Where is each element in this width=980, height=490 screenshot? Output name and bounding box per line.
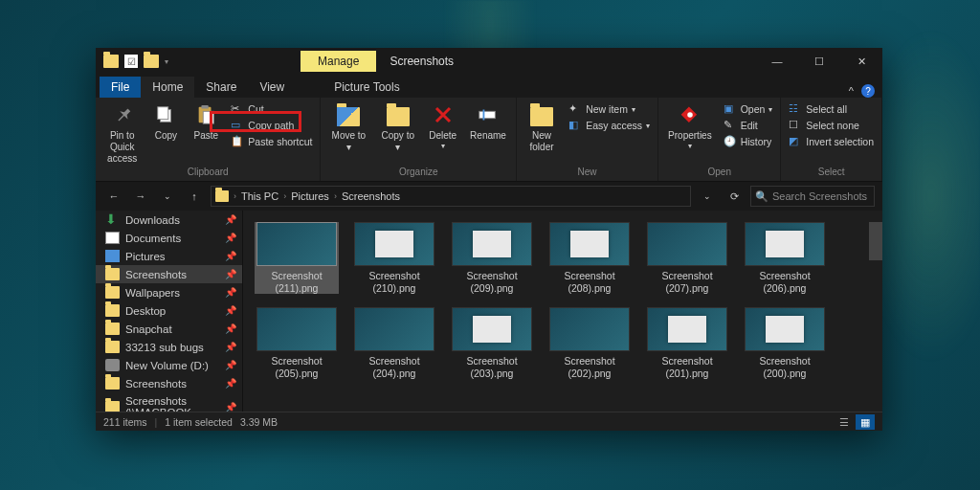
file-item[interactable]: Screenshot (209).png (450, 222, 534, 294)
new-folder-button[interactable]: New folder (521, 100, 563, 155)
file-item[interactable]: Screenshot (200).png (743, 307, 827, 379)
file-item[interactable]: Screenshot (206).png (743, 222, 827, 294)
nav-item[interactable]: Documents📌 (96, 229, 242, 247)
breadcrumb-segment[interactable]: Screenshots (342, 190, 400, 202)
view-details-button[interactable]: ☰ (835, 414, 854, 430)
nav-forward-button[interactable]: → (130, 186, 151, 207)
minimize-button[interactable]: — (756, 48, 798, 75)
qat-customize-icon[interactable]: ▾ (165, 57, 168, 66)
file-item[interactable]: Screenshot (207).png (645, 222, 729, 294)
easy-access-button[interactable]: ◧Easy access ▾ (565, 118, 654, 133)
cut-button[interactable]: ✂Cut (227, 101, 316, 117)
nav-item[interactable]: Desktop📌 (96, 301, 242, 320)
search-input[interactable]: 🔍 Search Screenshots (750, 186, 875, 207)
close-button[interactable]: ✕ (840, 48, 882, 75)
chevron-right-icon[interactable]: › (280, 191, 289, 201)
ribbon-group-label: Open (662, 167, 776, 179)
breadcrumb-segment[interactable]: Pictures (291, 190, 329, 202)
open-button[interactable]: ▣Open ▾ (720, 101, 777, 117)
nav-item[interactable]: ⬇Downloads📌 (96, 211, 242, 229)
file-item[interactable]: Screenshot (203).png (450, 307, 534, 379)
file-name: Screenshot (201).png (645, 355, 729, 379)
paste-shortcut-button[interactable]: 📋Paste shortcut (227, 134, 316, 149)
titlebar[interactable]: ☑ ▾ Manage Screenshots — ☐ ✕ (96, 48, 882, 75)
chevron-right-icon[interactable]: › (231, 191, 239, 201)
pin-icon: 📌 (225, 378, 236, 389)
file-thumbnail (745, 222, 825, 266)
nav-item[interactable]: Screenshots📌 (96, 265, 242, 283)
properties-button[interactable]: Properties▾ (662, 100, 718, 153)
rename-icon (475, 101, 501, 128)
qat-properties-icon[interactable]: ☑ (124, 55, 138, 68)
file-item[interactable]: Screenshot (208).png (547, 222, 632, 294)
help-icon[interactable]: ? (861, 84, 875, 98)
pin-to-quick-access-button[interactable]: Pin to Quick access (100, 100, 145, 167)
path-folder-icon (215, 190, 229, 202)
select-all-button[interactable]: ☷Select all (785, 101, 878, 117)
new-folder-icon (528, 101, 555, 128)
qat-newfolder-icon[interactable] (144, 55, 159, 68)
tab-picture-tools[interactable]: Picture Tools (323, 77, 411, 98)
nav-item[interactable]: New Volume (D:)📌 (96, 356, 242, 374)
scrollbar-thumb[interactable] (869, 222, 882, 260)
address-bar[interactable]: › This PC › Pictures › Screenshots (211, 186, 691, 207)
tab-share[interactable]: Share (194, 77, 248, 98)
nav-up-button[interactable]: ↑ (184, 186, 205, 207)
scrollbar-vertical[interactable] (869, 211, 882, 412)
file-item[interactable]: Screenshot (205).png (255, 307, 339, 379)
collapse-ribbon-icon[interactable]: ^ (849, 85, 854, 97)
select-none-button[interactable]: ☐Select none (785, 118, 878, 133)
move-to-button[interactable]: Move to ▾ (324, 100, 372, 155)
tab-view[interactable]: View (248, 77, 296, 98)
view-thumbnails-button[interactable]: ▦ (856, 414, 875, 430)
copy-icon (152, 101, 179, 128)
paste-button[interactable]: Paste (187, 100, 225, 144)
select-none-icon: ☐ (789, 119, 802, 132)
refresh-button[interactable]: ⟳ (724, 186, 745, 207)
copy-path-button[interactable]: ▭Copy path (227, 118, 316, 133)
invert-selection-button[interactable]: ◩Invert selection (785, 134, 878, 149)
chevron-right-icon[interactable]: › (331, 191, 340, 201)
new-item-button[interactable]: ✦New item ▾ (565, 101, 654, 117)
rename-button[interactable]: Rename (464, 100, 512, 144)
file-item[interactable]: Screenshot (211).png (255, 222, 339, 294)
nav-item-label: Screenshots (125, 378, 187, 390)
nav-back-button[interactable]: ← (103, 186, 124, 207)
nav-item[interactable]: Screenshots (\\MACBOOK📌 (96, 392, 242, 412)
file-item[interactable]: Screenshot (210).png (352, 222, 436, 294)
nav-recent-dropdown[interactable]: ⌄ (157, 186, 178, 207)
delete-button[interactable]: Delete▾ (423, 100, 462, 153)
navigation-pane[interactable]: ⬇Downloads📌Documents📌Pictures📌Screenshot… (96, 211, 243, 412)
nav-item[interactable]: Screenshots📌 (96, 374, 242, 392)
nav-item-label: 33213 sub bugs (125, 342, 204, 353)
delete-icon (430, 101, 457, 128)
file-item[interactable]: Screenshot (202).png (547, 307, 632, 379)
pin-icon: 📌 (225, 214, 236, 225)
file-item[interactable]: Screenshot (204).png (352, 307, 436, 379)
explorer-body: ⬇Downloads📌Documents📌Pictures📌Screenshot… (96, 211, 882, 412)
copy-path-icon: ▭ (231, 119, 244, 132)
svg-rect-5 (479, 111, 495, 118)
nav-item[interactable]: Wallpapers📌 (96, 283, 242, 301)
copy-to-button[interactable]: Copy to ▾ (374, 100, 421, 155)
file-explorer-window: ☑ ▾ Manage Screenshots — ☐ ✕ File Home S… (96, 48, 882, 431)
maximize-button[interactable]: ☐ (798, 48, 840, 75)
drive-icon (105, 359, 120, 371)
address-dropdown-icon[interactable]: ⌄ (697, 186, 718, 207)
nav-item[interactable]: 33213 sub bugs📌 (96, 338, 242, 356)
nav-item[interactable]: Snapchat📌 (96, 320, 242, 338)
file-thumbnail (549, 307, 630, 351)
tab-home[interactable]: Home (141, 77, 194, 98)
nav-item-label: Snapchat (125, 323, 172, 335)
tab-file[interactable]: File (100, 77, 141, 98)
nav-item[interactable]: Pictures📌 (96, 247, 242, 265)
pin-icon: 📌 (225, 360, 236, 370)
history-button[interactable]: 🕘History (720, 134, 777, 149)
edit-button[interactable]: ✎Edit (720, 118, 777, 133)
copy-button[interactable]: Copy (146, 100, 185, 144)
file-item[interactable]: Screenshot (201).png (645, 307, 729, 379)
svg-point-6 (687, 112, 693, 118)
content-pane[interactable]: Screenshot (211).pngScreenshot (210).png… (243, 211, 882, 412)
breadcrumb-segment[interactable]: This PC (241, 190, 278, 202)
contextual-tab-manage[interactable]: Manage (301, 51, 376, 72)
